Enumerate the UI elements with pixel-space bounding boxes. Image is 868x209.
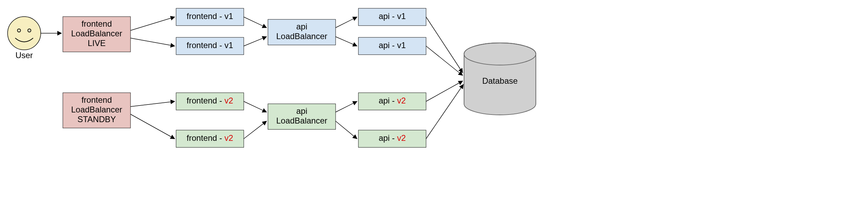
svg-line-51: [426, 81, 463, 101]
frontend-node-standby-1: frontend - v2: [176, 93, 244, 110]
frontend-node-live-2: frontend - v1: [176, 37, 244, 55]
database-cylinder: Database: [464, 43, 536, 115]
user-label: User: [16, 51, 33, 60]
svg-text:api - v2: api - v2: [379, 96, 406, 105]
svg-text:LoadBalancer: LoadBalancer: [276, 116, 327, 125]
api-lb-standby: api LoadBalancer: [268, 104, 336, 129]
svg-text:frontend: frontend: [81, 95, 112, 104]
frontend-node-standby-2: frontend - v2: [176, 130, 244, 147]
svg-text:frontend - v2: frontend - v2: [187, 133, 233, 143]
svg-text:LoadBalancer: LoadBalancer: [276, 31, 327, 41]
svg-line-52: [426, 84, 463, 139]
svg-line-45: [131, 101, 175, 107]
svg-line-41: [336, 17, 357, 28]
frontend-lb-standby: frontend LoadBalancer STANDBY: [63, 93, 131, 128]
svg-point-0: [8, 17, 41, 50]
svg-line-47: [244, 101, 267, 112]
svg-line-48: [244, 121, 267, 139]
svg-text:STANDBY: STANDBY: [77, 115, 116, 124]
svg-line-40: [244, 37, 267, 46]
svg-line-39: [244, 17, 267, 28]
svg-text:LoadBalancer: LoadBalancer: [71, 29, 122, 38]
svg-text:api: api: [296, 106, 307, 116]
api-node-live-2: api - v1: [358, 37, 426, 55]
svg-text:frontend - v1: frontend - v1: [187, 40, 233, 50]
svg-line-38: [131, 38, 175, 46]
svg-line-46: [131, 114, 175, 139]
svg-text:LIVE: LIVE: [88, 38, 106, 48]
svg-text:api - v1: api - v1: [379, 40, 406, 50]
svg-text:api - v2: api - v2: [379, 133, 406, 143]
svg-text:api: api: [296, 22, 307, 31]
api-node-standby-2: api - v2: [358, 130, 426, 147]
frontend-node-live-1: frontend - v1: [176, 8, 244, 26]
api-node-live-1: api - v1: [358, 8, 426, 26]
svg-line-37: [131, 17, 175, 30]
api-node-standby-1: api - v2: [358, 93, 426, 110]
svg-text:LoadBalancer: LoadBalancer: [71, 105, 122, 114]
svg-text:api - v1: api - v1: [379, 11, 406, 21]
svg-text:frontend: frontend: [81, 19, 112, 28]
user-icon: [8, 17, 41, 50]
api-lb-live: api LoadBalancer: [268, 19, 336, 45]
frontend-lb-live: frontend LoadBalancer LIVE: [63, 17, 131, 52]
svg-text:frontend - v2: frontend - v2: [187, 96, 233, 105]
svg-text:Database: Database: [482, 76, 518, 85]
svg-line-43: [426, 17, 463, 73]
svg-line-42: [336, 37, 357, 46]
svg-line-44: [426, 46, 463, 75]
svg-line-50: [336, 121, 357, 139]
svg-text:frontend - v1: frontend - v1: [187, 11, 233, 21]
svg-line-49: [336, 101, 357, 112]
